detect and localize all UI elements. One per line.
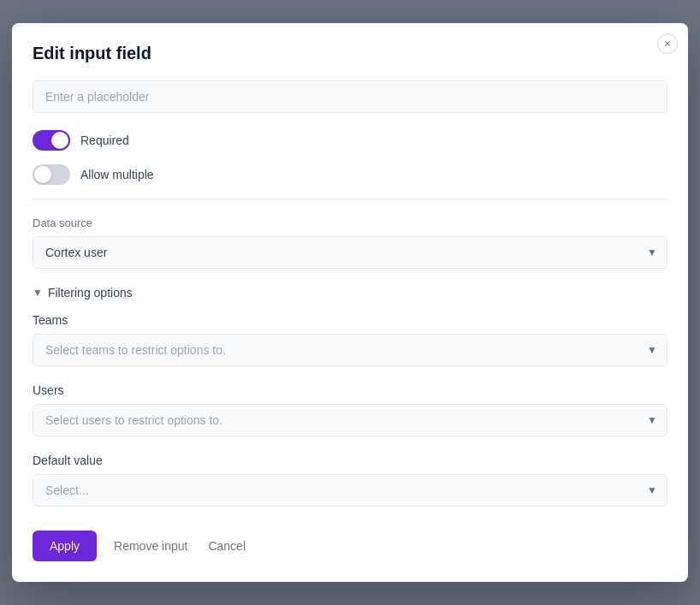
default-value-wrapper: Select... ▼ — [33, 474, 667, 507]
cancel-button[interactable]: Cancel — [205, 531, 249, 561]
filtering-section: ▼ Filtering options Teams Select teams t… — [33, 286, 667, 436]
modal-title: Edit input field — [33, 44, 667, 63]
remove-input-button[interactable]: Remove input — [110, 531, 191, 561]
filtering-header[interactable]: ▼ Filtering options — [33, 286, 667, 300]
allow-multiple-toggle[interactable] — [33, 164, 70, 185]
filtering-chevron-icon: ▼ — [33, 287, 43, 299]
teams-label: Teams — [33, 313, 667, 327]
allow-multiple-label: Allow multiple — [80, 168, 154, 181]
teams-select[interactable]: Select teams to restrict options to. — [33, 334, 667, 366]
required-toggle-thumb — [51, 132, 68, 149]
allow-multiple-toggle-thumb — [34, 166, 51, 183]
close-button[interactable]: × — [657, 33, 678, 54]
placeholder-input[interactable] — [33, 80, 667, 113]
apply-button[interactable]: Apply — [33, 531, 97, 561]
allow-multiple-toggle-row: Allow multiple — [33, 164, 667, 185]
divider — [33, 199, 667, 199]
filtering-label: Filtering options — [48, 286, 133, 300]
filtering-content: Teams Select teams to restrict options t… — [33, 313, 667, 436]
teams-wrapper: Select teams to restrict options to. ▼ — [33, 334, 667, 366]
users-wrapper: Select users to restrict options to. ▼ — [33, 404, 667, 436]
data-source-label: Data source — [33, 216, 667, 229]
required-label: Required — [80, 133, 129, 147]
users-label: Users — [33, 383, 667, 397]
footer-actions: Apply Remove input Cancel — [33, 524, 667, 561]
data-source-wrapper: Cortex user ▼ — [33, 236, 667, 269]
default-value-label: Default value — [33, 454, 667, 467]
data-source-select[interactable]: Cortex user — [33, 236, 667, 269]
default-value-select[interactable]: Select... — [33, 474, 667, 507]
allow-multiple-toggle-track[interactable] — [33, 164, 70, 185]
required-toggle-row: Required — [33, 130, 667, 151]
required-toggle-track[interactable] — [33, 130, 70, 151]
modal-dialog: × Edit input field Required Allow multip… — [12, 23, 688, 582]
users-select[interactable]: Select users to restrict options to. — [33, 404, 667, 436]
required-toggle[interactable] — [33, 130, 70, 151]
